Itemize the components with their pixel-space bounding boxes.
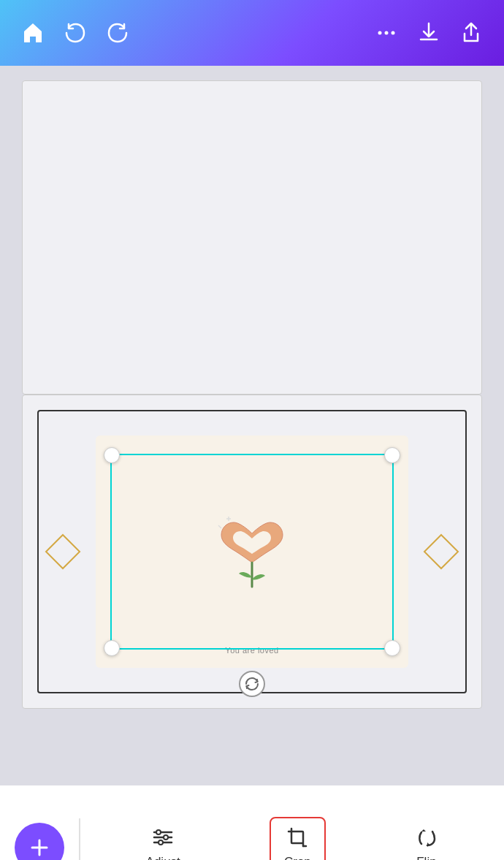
crop-handle-top-right[interactable] — [384, 447, 400, 463]
crop-handle-top-left[interactable] — [104, 447, 120, 463]
svg-point-1 — [385, 31, 389, 35]
redo-button[interactable] — [105, 20, 130, 45]
adjust-label: Adjust — [146, 855, 180, 860]
home-icon — [20, 20, 45, 45]
diamond-left-decoration — [45, 533, 81, 570]
download-icon — [416, 20, 441, 45]
svg-point-14 — [156, 830, 161, 834]
more-options-button[interactable] — [374, 20, 399, 45]
canvas-area: You are loved — [0, 66, 504, 785]
toolbar-divider — [79, 818, 80, 860]
flip-tool-button[interactable]: Flip — [402, 818, 451, 860]
svg-point-15 — [164, 835, 168, 840]
bottom-toolbar: Adjust Crop Flip — [0, 785, 504, 860]
flip-icon — [415, 826, 438, 849]
svg-point-16 — [159, 840, 163, 845]
rotate-icon — [244, 676, 260, 692]
redo-icon — [105, 20, 130, 45]
share-button[interactable] — [459, 20, 484, 45]
undo-icon — [63, 20, 88, 45]
add-button[interactable] — [15, 823, 64, 860]
download-button[interactable] — [416, 20, 441, 45]
crop-tool-button[interactable]: Crop — [270, 817, 326, 860]
more-icon — [374, 20, 399, 45]
adjust-icon — [151, 826, 175, 849]
crop-label: Crop — [284, 855, 311, 860]
home-button[interactable] — [20, 20, 45, 45]
svg-point-0 — [378, 31, 382, 35]
svg-rect-17 — [291, 832, 303, 843]
toolbar-tools: Adjust Crop Flip — [95, 817, 490, 860]
upper-card — [22, 80, 482, 395]
flip-label: Flip — [416, 855, 436, 860]
crop-icon — [286, 826, 309, 849]
diamond-right-decoration — [423, 533, 459, 570]
crop-selection-box[interactable] — [110, 454, 394, 650]
plus-icon — [28, 836, 51, 859]
top-navigation-bar — [0, 0, 504, 66]
svg-marker-4 — [424, 535, 458, 568]
share-icon — [459, 20, 484, 45]
crop-handle-bottom-left[interactable] — [104, 640, 120, 656]
top-bar-left — [20, 20, 130, 45]
undo-button[interactable] — [63, 20, 88, 45]
crop-handle-bottom-right[interactable] — [384, 640, 400, 656]
adjust-tool-button[interactable]: Adjust — [133, 818, 194, 860]
top-bar-right — [374, 20, 484, 45]
svg-marker-3 — [46, 535, 80, 568]
svg-point-2 — [392, 31, 395, 35]
rotate-handle[interactable] — [239, 671, 265, 697]
lower-card[interactable]: You are loved — [22, 395, 482, 709]
